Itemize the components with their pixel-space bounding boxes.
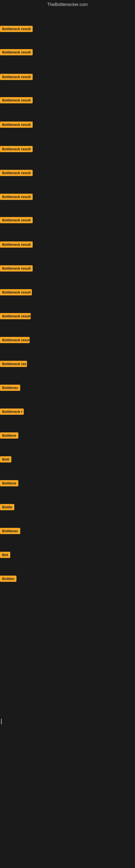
- result-row-19: Bott: [0, 456, 135, 464]
- result-row-4: Bottleneck result: [0, 97, 135, 104]
- bottleneck-badge-11: Bottleneck result: [0, 265, 33, 272]
- result-row-24: Bottlen: [0, 576, 135, 583]
- bottleneck-badge-12: Bottleneck result: [0, 289, 32, 296]
- bottleneck-badge-5: Bottleneck result: [0, 122, 33, 128]
- result-row-3: Bottleneck result: [0, 74, 135, 81]
- bottleneck-badge-1: Bottleneck result: [0, 26, 33, 32]
- bottleneck-badge-22: Bottlenec: [0, 528, 20, 534]
- bottleneck-badge-8: Bottleneck result: [0, 194, 33, 200]
- result-row-21: Bottle: [0, 504, 135, 511]
- cursor-indicator: [1, 719, 2, 724]
- result-row-8: Bottleneck result: [0, 194, 135, 201]
- result-row-17: Bottleneck r: [0, 408, 135, 416]
- bottleneck-badge-21: Bottle: [0, 504, 14, 510]
- result-row-7: Bottleneck result: [0, 170, 135, 177]
- bottleneck-badge-2: Bottleneck result: [0, 49, 33, 55]
- bottleneck-badge-7: Bottleneck result: [0, 170, 33, 176]
- result-row-10: Bottleneck result: [0, 241, 135, 249]
- result-row-23: Bot: [0, 552, 135, 559]
- result-row-11: Bottleneck result: [0, 265, 135, 273]
- bottleneck-badge-9: Bottleneck result: [0, 217, 33, 223]
- result-row-9: Bottleneck result: [0, 217, 135, 224]
- result-row-14: Bottleneck result: [0, 337, 135, 344]
- bottleneck-badge-14: Bottleneck result: [0, 337, 30, 343]
- bottleneck-badge-19: Bott: [0, 456, 11, 463]
- site-title: TheBottlenecker.com: [0, 0, 135, 10]
- bottleneck-badge-10: Bottleneck result: [0, 241, 33, 248]
- bottleneck-badge-15: Bottleneck res: [0, 361, 27, 367]
- bottleneck-badge-3: Bottleneck result: [0, 74, 33, 80]
- result-row-2: Bottleneck result: [0, 49, 135, 56]
- bottleneck-badge-18: Bottlene: [0, 432, 18, 439]
- bottleneck-badge-20: Bottlene: [0, 480, 18, 486]
- bottleneck-badge-13: Bottleneck result: [0, 313, 31, 319]
- result-row-15: Bottleneck res: [0, 361, 135, 368]
- result-row-1: Bottleneck result: [0, 26, 135, 33]
- result-row-18: Bottlene: [0, 432, 135, 440]
- result-row-5: Bottleneck result: [0, 122, 135, 129]
- result-row-16: Bottlenec: [0, 384, 135, 392]
- result-row-13: Bottleneck result: [0, 313, 135, 320]
- result-row-12: Bottleneck result: [0, 289, 135, 297]
- bottleneck-badge-6: Bottleneck result: [0, 146, 33, 152]
- bottleneck-badge-16: Bottlenec: [0, 384, 20, 391]
- bottleneck-badge-24: Bottlen: [0, 576, 16, 582]
- result-row-6: Bottleneck result: [0, 146, 135, 153]
- results-container: Bottleneck resultBottleneck resultBottle…: [0, 10, 135, 868]
- bottleneck-badge-4: Bottleneck result: [0, 97, 33, 103]
- result-row-20: Bottlene: [0, 480, 135, 488]
- result-row-22: Bottlenec: [0, 528, 135, 535]
- bottleneck-badge-23: Bot: [0, 552, 10, 558]
- bottleneck-badge-17: Bottleneck r: [0, 408, 24, 415]
